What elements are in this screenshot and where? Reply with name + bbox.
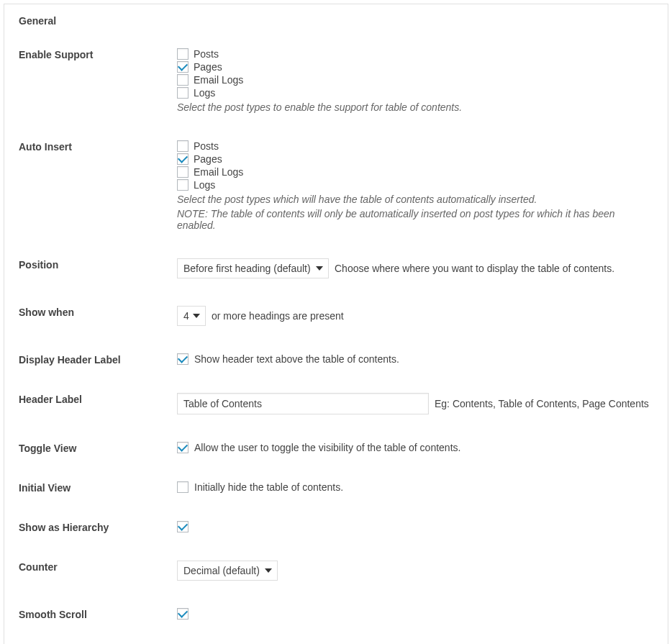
- auto-insert-email-logs-label: Email Logs: [194, 166, 243, 178]
- enable-support-logs-label: Logs: [194, 87, 215, 99]
- enable-support-pages: Pages: [177, 61, 653, 73]
- control-enable-support: Posts Pages Email Logs Logs Select the p…: [177, 48, 653, 113]
- row-counter: Counter Decimal (default): [19, 561, 653, 581]
- control-position: Before first heading (default) Choose wh…: [177, 258, 653, 278]
- initial-view-text: Initially hide the table of contents.: [194, 481, 343, 493]
- row-show-hierarchy: Show as Hierarchy: [19, 521, 653, 533]
- general-settings-panel: General Enable Support Posts Pages Email…: [4, 4, 668, 644]
- checkbox-enable-support-posts[interactable]: [177, 48, 189, 60]
- label-initial-view: Initial View: [19, 481, 177, 494]
- display-header-label-text: Show header text above the table of cont…: [194, 353, 399, 365]
- show-when-suffix: or more headings are present: [212, 310, 344, 322]
- row-display-header-label: Display Header Label Show header text ab…: [19, 353, 653, 366]
- checkbox-auto-insert-pages[interactable]: [177, 153, 189, 165]
- control-initial-view: Initially hide the table of contents.: [177, 481, 653, 493]
- select-position[interactable]: Before first heading (default): [177, 258, 329, 278]
- control-header-label: Eg: Contents, Table of Contents, Page Co…: [177, 393, 653, 414]
- select-counter[interactable]: Decimal (default): [177, 561, 278, 581]
- checkbox-initial-view[interactable]: [177, 481, 189, 493]
- checkbox-auto-insert-logs[interactable]: [177, 179, 189, 191]
- checkbox-enable-support-email-logs[interactable]: [177, 74, 189, 86]
- enable-support-pages-label: Pages: [194, 61, 222, 73]
- control-toggle-view: Allow the user to toggle the visibility …: [177, 442, 653, 453]
- section-title: General: [19, 15, 653, 27]
- enable-support-logs: Logs: [177, 87, 653, 99]
- checkbox-toggle-view[interactable]: [177, 442, 189, 453]
- checkbox-smooth-scroll[interactable]: [177, 608, 189, 620]
- row-header-label: Header Label Eg: Contents, Table of Cont…: [19, 393, 653, 414]
- auto-insert-email-logs: Email Logs: [177, 166, 653, 178]
- label-show-when: Show when: [19, 306, 177, 318]
- auto-insert-posts-label: Posts: [194, 140, 219, 152]
- enable-support-posts-label: Posts: [194, 48, 219, 60]
- label-header-label: Header Label: [19, 393, 177, 405]
- row-auto-insert: Auto Insert Posts Pages Email Logs Logs: [19, 140, 653, 231]
- checkbox-display-header-label[interactable]: [177, 353, 189, 365]
- auto-insert-posts: Posts: [177, 140, 653, 152]
- auto-insert-pages-label: Pages: [194, 153, 222, 165]
- label-counter: Counter: [19, 561, 177, 573]
- position-help: Choose where where you want to display t…: [335, 263, 614, 274]
- label-toggle-view: Toggle View: [19, 442, 177, 454]
- enable-support-description: Select the post types to enable the supp…: [177, 101, 653, 113]
- checkbox-enable-support-pages[interactable]: [177, 61, 189, 73]
- row-toggle-view: Toggle View Allow the user to toggle the…: [19, 442, 653, 454]
- auto-insert-note: NOTE: The table of contents will only be…: [177, 208, 653, 231]
- auto-insert-logs: Logs: [177, 179, 653, 191]
- control-show-when: 4 or more headings are present: [177, 306, 653, 326]
- row-smooth-scroll: Smooth Scroll: [19, 608, 653, 620]
- select-show-when[interactable]: 4: [177, 306, 206, 326]
- enable-support-options: Posts Pages Email Logs Logs: [177, 48, 653, 99]
- control-show-hierarchy: [177, 521, 653, 532]
- label-auto-insert: Auto Insert: [19, 140, 177, 153]
- auto-insert-options: Posts Pages Email Logs Logs: [177, 140, 653, 191]
- label-enable-support: Enable Support: [19, 48, 177, 60]
- enable-support-posts: Posts: [177, 48, 653, 60]
- checkbox-auto-insert-posts[interactable]: [177, 140, 189, 152]
- auto-insert-description: Select the post types which will have th…: [177, 194, 653, 205]
- checkbox-show-hierarchy[interactable]: [177, 521, 189, 532]
- label-display-header-label: Display Header Label: [19, 353, 177, 366]
- row-enable-support: Enable Support Posts Pages Email Logs Lo…: [19, 48, 653, 113]
- row-initial-view: Initial View Initially hide the table of…: [19, 481, 653, 494]
- enable-support-email-logs: Email Logs: [177, 74, 653, 86]
- label-smooth-scroll: Smooth Scroll: [19, 608, 177, 620]
- control-smooth-scroll: [177, 608, 653, 620]
- enable-support-email-logs-label: Email Logs: [194, 74, 243, 86]
- control-counter: Decimal (default): [177, 561, 653, 581]
- checkbox-enable-support-logs[interactable]: [177, 87, 189, 99]
- toggle-view-text: Allow the user to toggle the visibility …: [194, 442, 460, 453]
- header-label-help: Eg: Contents, Table of Contents, Page Co…: [435, 398, 649, 409]
- label-show-hierarchy: Show as Hierarchy: [19, 521, 177, 533]
- label-position: Position: [19, 258, 177, 271]
- row-position: Position Before first heading (default) …: [19, 258, 653, 278]
- auto-insert-logs-label: Logs: [194, 179, 215, 191]
- control-auto-insert: Posts Pages Email Logs Logs Select the p…: [177, 140, 653, 231]
- control-display-header-label: Show header text above the table of cont…: [177, 353, 653, 365]
- checkbox-auto-insert-email-logs[interactable]: [177, 166, 189, 178]
- input-header-label[interactable]: [177, 393, 429, 414]
- auto-insert-pages: Pages: [177, 153, 653, 165]
- row-show-when: Show when 4 or more headings are present: [19, 306, 653, 326]
